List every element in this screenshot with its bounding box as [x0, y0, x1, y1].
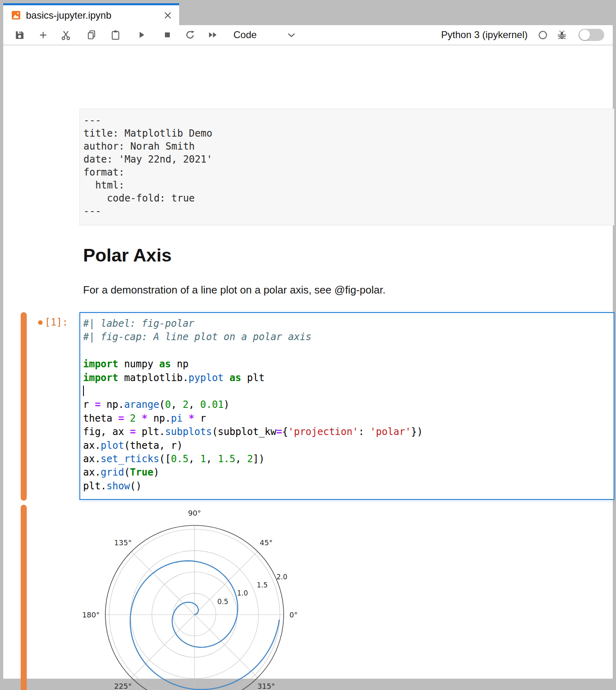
- svg-text:90°: 90°: [188, 509, 201, 517]
- code-cell-editor[interactable]: #| label: fig-polar#| fig-cap: A line pl…: [79, 312, 614, 500]
- add-cell-button[interactable]: [35, 25, 51, 45]
- text-cursor: [83, 386, 84, 396]
- cell-activity-dot: [38, 320, 43, 325]
- app-background: basics-jupyter.ipynb: [0, 0, 616, 690]
- toggle-knob: [580, 30, 590, 40]
- bug-icon: [557, 30, 567, 40]
- svg-text:1.0: 1.0: [237, 589, 248, 597]
- tab-title: basics-jupyter.ipynb: [26, 10, 111, 21]
- stop-icon: [163, 30, 172, 40]
- output-collapser[interactable]: [21, 505, 27, 690]
- cell-type-dropdown-arrow[interactable]: [283, 25, 299, 45]
- kernel-status-indicator: [535, 25, 551, 45]
- notebook-toolbar: Code Python 3 (ipykernel): [3, 25, 613, 45]
- svg-text:45°: 45°: [260, 538, 273, 547]
- save-button[interactable]: [11, 25, 28, 45]
- cell-type-dropdown[interactable]: Code: [233, 25, 257, 45]
- raw-cell-frontmatter[interactable]: ---title: Matplotlib Demoauthor: Norah S…: [79, 109, 614, 225]
- run-cell-button[interactable]: [133, 25, 150, 45]
- copy-icon: [86, 30, 97, 40]
- svg-text:180°: 180°: [82, 611, 100, 619]
- paste-cells-button[interactable]: [107, 25, 124, 45]
- notebook-panel: ---title: Matplotlib Demoauthor: Norah S…: [3, 45, 613, 679]
- cell-output-area: 0°45°90°135°180°225°270°315°0.51.01.52.0: [81, 501, 308, 690]
- svg-text:1.5: 1.5: [257, 581, 267, 589]
- notebook-file-icon: [11, 11, 21, 20]
- cut-cells-button[interactable]: [58, 25, 74, 45]
- interrupt-kernel-button[interactable]: [159, 25, 175, 45]
- notebook-tab[interactable]: basics-jupyter.ipynb: [3, 3, 179, 25]
- close-icon[interactable]: [163, 11, 173, 20]
- kernel-name[interactable]: Python 3 (ipykernel): [441, 25, 528, 45]
- kernel-idle-circle-icon: [538, 30, 548, 40]
- svg-text:135°: 135°: [114, 538, 132, 547]
- execution-count: [1]:: [45, 317, 68, 328]
- restart-run-all-button[interactable]: [205, 25, 221, 45]
- svg-text:315°: 315°: [257, 682, 275, 690]
- floppy-disk-icon: [15, 30, 25, 40]
- execution-prompt: [1]:: [3, 317, 68, 328]
- chevron-down-icon: [286, 29, 297, 41]
- restart-kernel-button[interactable]: [182, 25, 198, 45]
- clipboard-icon: [110, 30, 121, 40]
- scissors-icon: [60, 30, 71, 41]
- markdown-heading: Polar Axis: [83, 245, 171, 266]
- input-collapser[interactable]: [21, 312, 27, 501]
- svg-text:2.0: 2.0: [276, 573, 287, 581]
- plus-icon: [38, 30, 48, 40]
- svg-text:0°: 0°: [289, 611, 297, 619]
- copy-cells-button[interactable]: [83, 25, 100, 45]
- restart-icon: [185, 30, 195, 40]
- polar-plot: 0°45°90°135°180°225°270°315°0.51.01.52.0: [81, 501, 308, 690]
- svg-text:0.5: 0.5: [217, 598, 228, 606]
- markdown-paragraph: For a demonstration of a line plot on a …: [83, 284, 385, 296]
- debugger-toggle-button[interactable]: [554, 25, 570, 45]
- simple-mode-toggle[interactable]: [578, 29, 604, 41]
- svg-text:225°: 225°: [114, 682, 132, 690]
- play-icon: [137, 30, 146, 40]
- fast-forward-icon: [207, 30, 218, 40]
